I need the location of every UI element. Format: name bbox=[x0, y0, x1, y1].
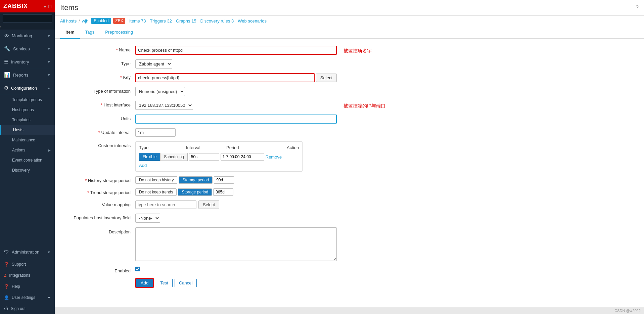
discovery-rules-link[interactable]: Discovery rules 3 bbox=[200, 18, 234, 24]
chevron-icon: ▼ bbox=[47, 73, 51, 77]
sign-out-icon: ⏻ bbox=[4, 306, 8, 311]
populates-select[interactable]: -None- bbox=[135, 214, 160, 223]
name-input[interactable] bbox=[135, 46, 337, 55]
main-content: Items ? All hosts / wjh Enabled ZBX Item… bbox=[55, 0, 644, 314]
sub-tabs: Item Tags Preprocessing bbox=[55, 26, 644, 39]
sidebar: ZABBIX « □ 🔍 👁 Monitoring ▼ 🔧 Services ▼… bbox=[0, 0, 55, 314]
support-label: Support bbox=[12, 262, 26, 267]
search-input[interactable] bbox=[3, 14, 52, 23]
actions-arrow: ▶ bbox=[48, 148, 51, 152]
trend-value-input[interactable] bbox=[213, 188, 233, 196]
sidebar-item-administration[interactable]: 🛡 Administration ▼ bbox=[0, 246, 55, 259]
key-label: Key bbox=[65, 73, 135, 80]
description-row: Description bbox=[65, 227, 634, 262]
history-storage-btn[interactable]: Storage period bbox=[179, 176, 213, 184]
trend-do-not-btn[interactable]: Do not keep trends bbox=[135, 188, 177, 196]
collapse-icon[interactable]: « bbox=[44, 4, 47, 9]
cancel-button[interactable]: Cancel bbox=[175, 279, 197, 287]
sidebar-item-integrations[interactable]: Z Integrations bbox=[0, 270, 55, 281]
value-mapping-input[interactable] bbox=[135, 200, 196, 209]
type-control: Zabbix agent bbox=[135, 59, 337, 69]
tab-item[interactable]: Item bbox=[60, 26, 80, 39]
help-icon-top[interactable]: ? bbox=[636, 5, 639, 11]
chevron-icon: ▼ bbox=[47, 34, 51, 38]
form-area: Name 被监控项名字 Type Zabbix agent Key Select bbox=[55, 39, 644, 307]
ci-add-btn[interactable]: Add bbox=[139, 163, 147, 168]
sidebar-sub-actions[interactable]: Actions ▶ bbox=[0, 145, 55, 155]
help-label: Help bbox=[12, 284, 20, 289]
user-icon: 👤 bbox=[4, 295, 9, 300]
trend-controls: Do not keep trends Storage period bbox=[135, 188, 233, 196]
search-icon: 🔍 bbox=[0, 23, 1, 28]
sidebar-sub-discovery[interactable]: Discovery bbox=[0, 165, 55, 175]
ci-header-interval: Interval bbox=[186, 145, 226, 150]
sidebar-item-label: Monitoring bbox=[12, 33, 32, 38]
expand-icon[interactable]: □ bbox=[49, 4, 51, 9]
custom-intervals-row: Custom intervals Type Interval Period Ac… bbox=[65, 141, 634, 172]
graphs-link[interactable]: Graphs 15 bbox=[176, 18, 196, 24]
type-of-info-select[interactable]: Numeric (unsigned) bbox=[135, 87, 185, 96]
trend-storage-btn[interactable]: Storage period bbox=[178, 188, 212, 196]
ci-row-1: Flexible Scheduling Remove bbox=[139, 153, 299, 161]
ci-interval-input[interactable] bbox=[189, 153, 219, 161]
ci-flexible-btn[interactable]: Flexible bbox=[139, 153, 160, 161]
web-scenarios-link[interactable]: Web scenarios bbox=[238, 18, 267, 24]
sidebar-controls: « □ bbox=[44, 4, 51, 9]
sidebar-item-support[interactable]: ❓ Support bbox=[0, 259, 55, 270]
custom-intervals-table: Type Interval Period Action Flexible Sch… bbox=[135, 141, 303, 172]
value-mapping-select-btn[interactable]: Select bbox=[198, 200, 219, 209]
history-label: History storage period bbox=[65, 176, 135, 183]
ci-period-input[interactable] bbox=[221, 153, 264, 161]
ci-remove-btn[interactable]: Remove bbox=[266, 154, 282, 160]
type-of-info-row: Type of information Numeric (unsigned) bbox=[65, 87, 634, 96]
tab-preprocessing[interactable]: Preprocessing bbox=[100, 26, 138, 39]
units-input[interactable] bbox=[135, 115, 337, 124]
name-label: Name bbox=[65, 46, 135, 52]
services-icon: 🔧 bbox=[4, 46, 10, 52]
enabled-label: Enabled bbox=[65, 267, 135, 273]
host-interface-control: 192.168.137.133:10050 bbox=[135, 101, 337, 110]
sidebar-item-services[interactable]: 🔧 Services ▼ bbox=[0, 42, 55, 55]
key-select-button[interactable]: Select bbox=[316, 74, 337, 82]
footer-text: CSDN @w2022 bbox=[614, 309, 641, 313]
sidebar-sub-event-correlation[interactable]: Event correlation bbox=[0, 155, 55, 165]
sidebar-item-monitoring[interactable]: 👁 Monitoring ▼ bbox=[0, 30, 55, 42]
key-input[interactable] bbox=[135, 73, 315, 82]
sidebar-sub-templates[interactable]: Templates bbox=[0, 115, 55, 125]
test-button[interactable]: Test bbox=[156, 279, 173, 287]
sidebar-sub-maintenance[interactable]: Maintenance bbox=[0, 135, 55, 145]
sidebar-item-reports[interactable]: 📊 Reports ▼ bbox=[0, 69, 55, 82]
ci-scheduling-btn[interactable]: Scheduling bbox=[160, 153, 187, 161]
sidebar-item-help[interactable]: ❓ Help bbox=[0, 281, 55, 292]
items-link[interactable]: Items 73 bbox=[129, 18, 146, 24]
trend-label: Trend storage period bbox=[65, 188, 135, 195]
sidebar-item-user-settings[interactable]: 👤 User settings ▼ bbox=[0, 292, 55, 303]
sidebar-sub-host-groups[interactable]: Host groups bbox=[0, 105, 55, 115]
tab-tags[interactable]: Tags bbox=[80, 26, 100, 39]
name-control bbox=[135, 46, 337, 55]
sidebar-sub-hosts[interactable]: Hosts bbox=[0, 125, 55, 135]
host-interface-annotation: 被监控端的IP与端口 bbox=[343, 102, 385, 109]
sidebar-sub-template-groups[interactable]: Template groups bbox=[0, 95, 55, 105]
history-value-input[interactable] bbox=[214, 176, 234, 184]
sidebar-item-sign-out[interactable]: ⏻ Sign out bbox=[0, 303, 55, 314]
description-textarea[interactable] bbox=[135, 227, 337, 261]
add-button[interactable]: Add bbox=[135, 278, 154, 288]
triggers-link[interactable]: Triggers 32 bbox=[150, 18, 172, 24]
history-controls: Do not keep history Storage period bbox=[135, 176, 234, 184]
host-interface-label: Host interface bbox=[65, 101, 135, 107]
sidebar-header: ZABBIX « □ bbox=[0, 0, 55, 12]
sidebar-item-configuration[interactable]: ⚙ Configuration ▲ bbox=[0, 82, 55, 95]
type-select[interactable]: Zabbix agent bbox=[135, 59, 172, 69]
history-do-not-btn[interactable]: Do not keep history bbox=[135, 176, 177, 184]
host-link[interactable]: wjh bbox=[82, 18, 89, 24]
all-hosts-link[interactable]: All hosts bbox=[60, 18, 77, 24]
type-row: Type Zabbix agent bbox=[65, 59, 634, 69]
breadcrumb-sep1: / bbox=[79, 18, 80, 24]
update-interval-control bbox=[135, 128, 337, 137]
sidebar-item-inventory[interactable]: ☰ Inventory ▼ bbox=[0, 55, 55, 69]
update-interval-input[interactable] bbox=[135, 128, 176, 137]
chevron-icon: ▲ bbox=[47, 86, 51, 90]
enabled-checkbox[interactable] bbox=[135, 267, 140, 271]
host-interface-select[interactable]: 192.168.137.133:10050 bbox=[135, 101, 193, 110]
